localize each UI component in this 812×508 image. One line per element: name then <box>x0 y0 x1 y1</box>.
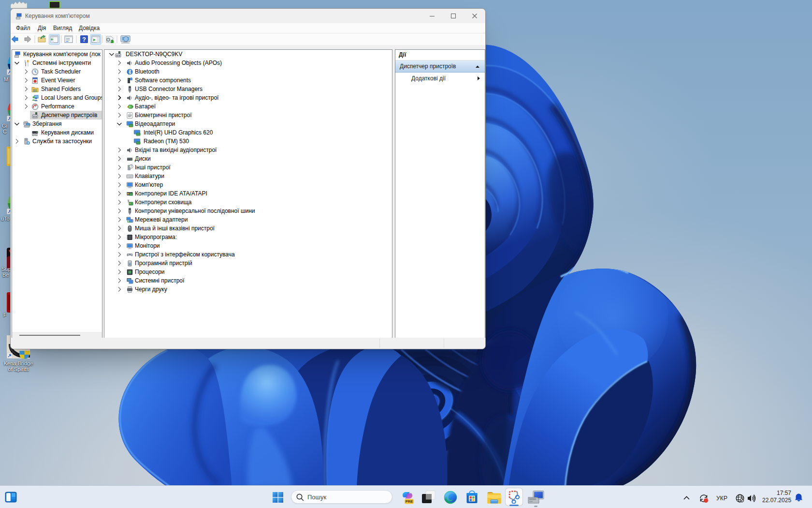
svg-text:?: ? <box>130 164 132 168</box>
svg-text:PRE: PRE <box>406 499 413 504</box>
svg-text:?: ? <box>82 36 86 43</box>
